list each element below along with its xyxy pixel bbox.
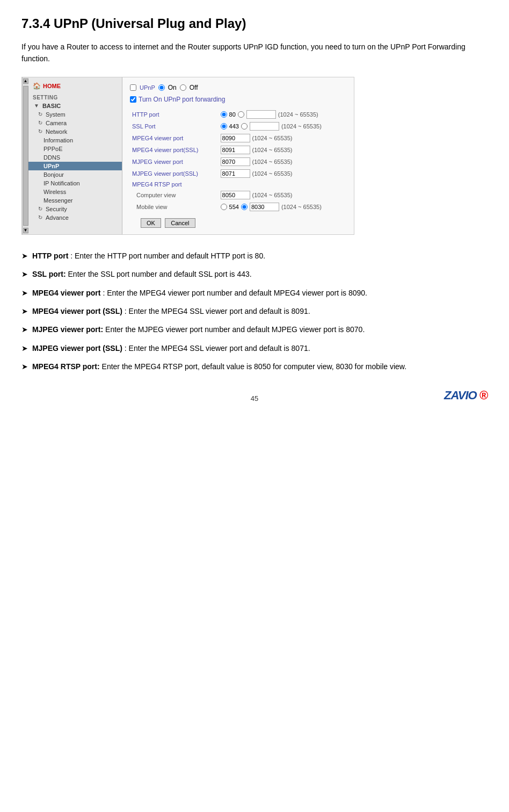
scroll-up-arrow[interactable]: ▲: [23, 78, 28, 84]
scroll-thumb[interactable]: [23, 86, 28, 226]
sidebar-home[interactable]: 🏠 HOME: [28, 80, 122, 92]
home-label: HOME: [43, 83, 61, 89]
sidebar-item-pppoe[interactable]: PPPoE: [28, 145, 122, 153]
desc-text-4: Enter the MJPEG viewer port number and d…: [105, 325, 365, 334]
computer-view-label: Computer view: [132, 192, 176, 198]
desc-item-mjpeg: ➤ MJPEG viewer port: Enter the MJPEG vie…: [21, 324, 488, 335]
rtsp-section-label: MPEG4 RTSP port: [130, 179, 219, 189]
http-port-radio-custom[interactable]: [238, 111, 244, 118]
bullet-6: ➤: [21, 362, 28, 371]
mpeg4-port-range: (1024 ~ 65535): [252, 135, 293, 141]
desc-term-3: MPEG4 viewer port (SSL): [32, 307, 122, 315]
mobile-view-input[interactable]: [250, 203, 279, 211]
turn-on-forwarding-checkbox[interactable]: [130, 96, 136, 103]
page-number: 45: [251, 394, 258, 403]
intro-paragraph: If you have a Router to access to intern…: [21, 41, 488, 65]
mobile-view-radio-value: 554: [229, 204, 239, 210]
mpeg4-port-input[interactable]: [221, 134, 250, 142]
ssl-port-radio-443[interactable]: [221, 123, 227, 130]
basic-expand-icon: ▼: [34, 103, 39, 109]
desc-text-6: Enter the MPEG4 RTSP port, default value…: [102, 362, 407, 371]
mpeg4-ssl-port-label: MPEG4 viewer port(SSL): [130, 144, 219, 156]
desc-text-2: : Enter the MPEG4 viewer port number and…: [103, 289, 367, 297]
http-port-radio-group: 80 (1024 ~ 65535): [221, 110, 344, 119]
screenshot-container: ▲ ▼ 🏠 HOME SETTING ▼ BASIC ↻ System ↻ Ca…: [21, 77, 354, 235]
sidebar-item-basic[interactable]: ▼ BASIC: [28, 102, 122, 110]
mpeg4-port-row: MPEG4 viewer port (1024 ~ 65535): [130, 132, 346, 144]
upnp-on-radio[interactable]: [158, 84, 165, 91]
desc-term-4: MJPEG viewer port:: [32, 325, 103, 334]
sidebar-item-security[interactable]: ↻ Security: [28, 205, 122, 213]
sidebar-item-camera[interactable]: ↻ Camera: [28, 119, 122, 127]
mobile-view-radio-554[interactable]: [221, 204, 227, 210]
camera-icon: ↻: [38, 120, 42, 126]
computer-view-range: (1024 ~ 65535): [252, 192, 293, 198]
http-port-label: HTTP port: [130, 109, 219, 120]
sidebar-item-wireless-label: Wireless: [43, 189, 66, 195]
mjpeg-port-input[interactable]: [221, 157, 250, 166]
http-port-row: HTTP port 80 (1024 ~ 65535): [130, 109, 346, 120]
main-panel: UPnP On Off Turn On UPnP port forwarding…: [122, 77, 354, 234]
turn-on-forwarding-label: Turn On UPnP port forwarding: [139, 96, 225, 103]
desc-item-mpeg4: ➤ MPEG4 viewer port : Enter the MPEG4 vi…: [21, 287, 488, 299]
sidebar-item-bonjour[interactable]: Bonjour: [28, 170, 122, 179]
sidebar-item-information[interactable]: Information: [28, 136, 122, 145]
sidebar-item-advance[interactable]: ↻ Advance: [28, 213, 122, 222]
sidebar-item-system[interactable]: ↻ System: [28, 110, 122, 119]
computer-view-input[interactable]: [221, 191, 250, 199]
sidebar-item-bonjour-label: Bonjour: [43, 171, 64, 178]
sidebar-item-messenger[interactable]: Messenger: [28, 196, 122, 205]
http-port-input[interactable]: [246, 110, 276, 119]
sidebar-item-messenger-label: Messenger: [43, 197, 72, 204]
mjpeg-ssl-port-row: MJPEG viewer port(SSL) (1024 ~ 65535): [130, 168, 346, 179]
mpeg4-ssl-port-group: (1024 ~ 65535): [221, 146, 344, 154]
turn-on-forwarding-row: Turn On UPnP port forwarding: [130, 96, 346, 103]
upnp-checkbox[interactable]: [130, 84, 136, 91]
computer-view-row: Computer view (1024 ~ 65535): [130, 189, 346, 201]
desc-item-mjpeg-ssl: ➤ MJPEG viewer port (SSL) : Enter the MP…: [21, 342, 488, 354]
desc-term-6: MPEG4 RTSP port:: [32, 362, 100, 371]
ssl-port-radio-custom[interactable]: [241, 123, 248, 130]
mpeg4-ssl-port-range: (1024 ~ 65535): [252, 147, 293, 153]
mobile-view-radio-custom[interactable]: [241, 204, 248, 210]
sidebar-item-ip-notification[interactable]: IP Notification: [28, 179, 122, 188]
desc-item-mpeg4-ssl: ➤ MPEG4 viewer port (SSL) : Enter the MP…: [21, 305, 488, 317]
bullet-0: ➤: [21, 251, 28, 260]
sidebar-item-wireless[interactable]: Wireless: [28, 188, 122, 196]
cancel-button[interactable]: Cancel: [165, 218, 195, 228]
logo-accent: ®: [479, 389, 488, 402]
scroll-down-arrow[interactable]: ▼: [23, 228, 28, 233]
ssl-port-input[interactable]: [250, 122, 279, 131]
footer: 45 ZAVIO ®: [21, 394, 488, 403]
upnp-off-radio[interactable]: [180, 84, 186, 91]
sidebar-item-network[interactable]: ↻ Network: [28, 127, 122, 136]
rtsp-section-row: MPEG4 RTSP port: [130, 179, 346, 189]
bullet-4: ➤: [21, 325, 28, 334]
upnp-toggle-row: UPnP On Off: [130, 84, 346, 91]
sidebar-item-ddns[interactable]: DDNS: [28, 153, 122, 162]
mjpeg-ssl-port-range: (1024 ~ 65535): [252, 170, 293, 177]
http-port-range: (1024 ~ 65535): [278, 111, 318, 118]
logo-text: ZAVIO: [444, 389, 477, 402]
mjpeg-ssl-port-input[interactable]: [221, 169, 250, 178]
computer-view-group: (1024 ~ 65535): [221, 191, 344, 199]
bullet-3: ➤: [21, 307, 28, 315]
description-list: ➤ HTTP port : Enter the HTTP port number…: [21, 250, 488, 373]
desc-text-1: Enter the SSL port number and default SS…: [68, 270, 252, 278]
advance-icon: ↻: [38, 214, 42, 220]
mjpeg-port-group: (1024 ~ 65535): [221, 157, 344, 166]
sidebar-item-basic-label: BASIC: [42, 103, 61, 109]
sidebar-item-upnp[interactable]: UPnP: [28, 162, 122, 170]
http-port-radio-80[interactable]: [221, 111, 227, 118]
ok-button[interactable]: OK: [141, 218, 161, 228]
network-icon: ↻: [38, 128, 42, 134]
mpeg4-port-label: MPEG4 viewer port: [130, 132, 219, 144]
port-settings-table: HTTP port 80 (1024 ~ 65535) SSL Port: [130, 109, 346, 213]
mpeg4-ssl-port-input[interactable]: [221, 146, 250, 154]
sidebar-scrollbar[interactable]: ▲ ▼: [22, 77, 28, 234]
http-port-default-value: 80: [229, 111, 236, 118]
bullet-2: ➤: [21, 289, 28, 297]
home-icon: 🏠: [33, 82, 41, 90]
desc-item-rtsp: ➤ MPEG4 RTSP port: Enter the MPEG4 RTSP …: [21, 361, 488, 372]
page-title: 7.3.4 UPnP (Universal Plug and Play): [21, 16, 488, 31]
